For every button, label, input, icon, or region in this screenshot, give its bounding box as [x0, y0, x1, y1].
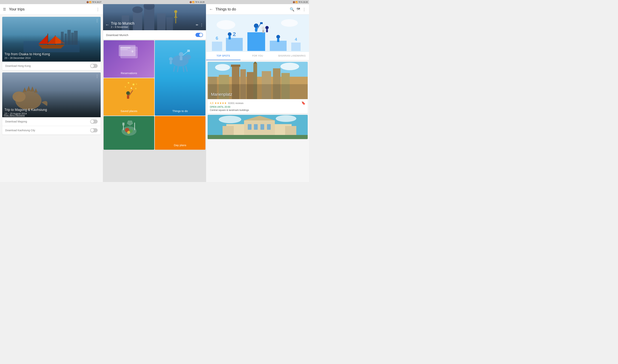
tile-label-reservations: Reservations	[121, 71, 137, 75]
p2-edit-button[interactable]: ✏	[196, 23, 198, 27]
p2-more-button[interactable]: ⋮	[200, 23, 204, 27]
tile-label-things-to-do: Things to do	[172, 109, 188, 113]
svg-point-127	[276, 115, 296, 122]
svg-rect-97	[266, 29, 268, 32]
trip-title-2: Trip to Magong & Kaohsiung	[4, 108, 98, 112]
svg-text:★: ★	[135, 87, 137, 90]
p2-header-text: Trip to Munich 2 – 6 November	[111, 21, 194, 28]
svg-text:6: 6	[216, 36, 218, 41]
tab-for-you[interactable]: FOR YOU	[240, 52, 275, 60]
trip-download-row-1: Download Hong Kong	[2, 62, 101, 70]
svg-rect-103	[231, 65, 240, 67]
tile-label-day-plans: Day plans	[174, 143, 186, 147]
menu-icon[interactable]: ☰	[3, 7, 6, 11]
trip-card-magong[interactable]: Trip to Magong & Kaohsiung 13 – 15 Augus…	[2, 72, 101, 135]
panel-your-trips: 🔕 📶 78 % 16:27 ☰ Your trips ⋮	[0, 0, 103, 182]
svg-text:★: ★	[136, 83, 137, 85]
svg-text:4: 4	[295, 37, 297, 42]
status-icons-2: 🔕 📶	[189, 1, 195, 3]
svg-rect-80	[270, 41, 287, 51]
svg-point-72	[127, 131, 130, 134]
trip-card-overlay-1: Trip from Osaka to Hong Kong 23 – 28 Dec…	[2, 17, 101, 62]
download-toggle-magong[interactable]	[90, 119, 98, 124]
tab-bavarian-landmarks[interactable]: BAVARIAN LANDMARKS	[275, 52, 309, 60]
tab-top-spots[interactable]: TOP SPOTS	[206, 52, 240, 60]
p3-back-button[interactable]: ←	[209, 7, 213, 12]
svg-point-21	[132, 6, 143, 13]
p3-tabs: TOP SPOTS FOR YOU BAVARIAN LANDMARKS	[206, 52, 309, 60]
svg-rect-91	[228, 36, 231, 39]
svg-rect-78	[247, 32, 265, 51]
p3-more-button[interactable]: ⋮	[302, 7, 306, 12]
p3-places-list: Marienplatz 4,6 ★★★★★ 31931 reviews 🔖 OP…	[206, 60, 309, 182]
bookmark-button[interactable]: 🔖	[301, 101, 305, 105]
p3-search-button[interactable]: 🔍	[290, 7, 294, 12]
download-label-magong: Download Magong	[5, 120, 27, 123]
svg-rect-48	[170, 61, 172, 64]
munich-header-image: ← Trip to Munich 2 – 6 November ✏ ⋮	[103, 4, 206, 30]
trip-download-row-kaohsiung: Download Kaohsiung City	[2, 126, 101, 135]
download-label-1: Download Hong Kong	[5, 65, 31, 67]
svg-text:★: ★	[124, 86, 126, 88]
svg-rect-82	[212, 42, 222, 51]
trip-download-row-magong: Download Magong	[2, 117, 101, 126]
svg-rect-46	[187, 50, 190, 52]
tile-reservations[interactable]: ✈ Reservations	[104, 40, 154, 78]
p2-back-button[interactable]: ←	[105, 22, 109, 27]
p2-tiles-grid: ✈ Reservations	[103, 40, 206, 182]
svg-text:★: ★	[132, 82, 135, 86]
panel-things-to-do: 🔕 📶 78 % 16:28 ← Things to do 🔍 🗺 ⋮ 2 1 …	[206, 0, 309, 182]
p2-nav-bar: ← Trip to Munich 2 – 6 November ✏ ⋮	[103, 20, 206, 30]
svg-point-96	[265, 26, 269, 29]
svg-rect-84	[291, 43, 301, 51]
place-card-nymphenburg[interactable]	[208, 115, 308, 139]
trip-card-overlay-2: Trip to Magong & Kaohsiung 13 – 15 Augus…	[2, 72, 101, 117]
svg-rect-95	[262, 30, 264, 33]
download-toggle-1[interactable]	[90, 64, 98, 68]
p2-download-row: Download Munich	[103, 30, 206, 40]
svg-line-40	[177, 66, 178, 72]
trip-more-btn-1[interactable]: ⋮	[95, 18, 99, 23]
svg-point-112	[280, 63, 299, 70]
tile-saved-places[interactable]: ★ ★ ★ ★ ★ ✦ Saved places	[104, 78, 154, 116]
p3-header: ← Things to do 🔍 🗺 ⋮	[206, 4, 309, 14]
svg-text:Marienplatz: Marienplatz	[211, 92, 232, 97]
svg-rect-113	[208, 84, 308, 99]
tile-things-to-do[interactable]: Things to do	[155, 40, 205, 116]
trip-title-1: Trip from Osaka to Hong Kong	[4, 52, 98, 56]
photo-credit-2: Photo: Mayur Panchamia	[4, 115, 25, 117]
svg-line-41	[183, 66, 184, 72]
svg-point-26	[174, 10, 177, 13]
svg-text:★: ★	[127, 81, 130, 84]
svg-text:✈: ✈	[131, 50, 134, 53]
status-icons-3: 🔕 📶	[293, 1, 298, 3]
svg-rect-87	[255, 28, 257, 32]
p3-map-button[interactable]: 🗺	[297, 7, 300, 11]
rating-stars: ★★★★★	[214, 102, 227, 104]
p2-download-toggle[interactable]	[196, 33, 203, 37]
place-card-marienplatz[interactable]: Marienplatz 4,6 ★★★★★ 31931 reviews 🔖 OP…	[208, 62, 308, 113]
tile-food[interactable]	[104, 116, 154, 150]
svg-rect-122	[254, 124, 258, 130]
svg-point-94	[262, 26, 265, 30]
download-label-kaohsiung: Download Kaohsiung City	[5, 129, 35, 132]
svg-rect-27	[175, 13, 176, 17]
p2-trip-name: Trip to Munich	[111, 21, 194, 26]
trip-image-magong: Trip to Magong & Kaohsiung 13 – 15 Augus…	[2, 72, 101, 117]
svg-point-111	[215, 64, 230, 71]
svg-rect-93	[277, 39, 279, 42]
nymphenburg-illustration	[208, 115, 308, 139]
trip-more-btn-2[interactable]: ⋮	[95, 74, 99, 78]
svg-text:✦: ✦	[130, 86, 133, 90]
svg-rect-89	[260, 22, 263, 24]
status-bar-3: 🔕 📶 78 % 16:28	[206, 0, 309, 4]
nymphenburg-image	[208, 115, 308, 139]
page-title: Your trips	[9, 7, 93, 11]
svg-rect-123	[261, 124, 264, 130]
more-options-icon[interactable]: ⋮	[96, 7, 100, 12]
download-toggle-kaohsiung[interactable]	[90, 128, 98, 132]
svg-rect-44	[180, 57, 183, 60]
trip-card-hong-kong[interactable]: Trip from Osaka to Hong Kong 23 – 28 Dec…	[2, 17, 101, 70]
review-count: 31931 reviews	[228, 102, 243, 104]
status-bar-2: 🔕 📶 78 % 16:28	[103, 0, 206, 4]
